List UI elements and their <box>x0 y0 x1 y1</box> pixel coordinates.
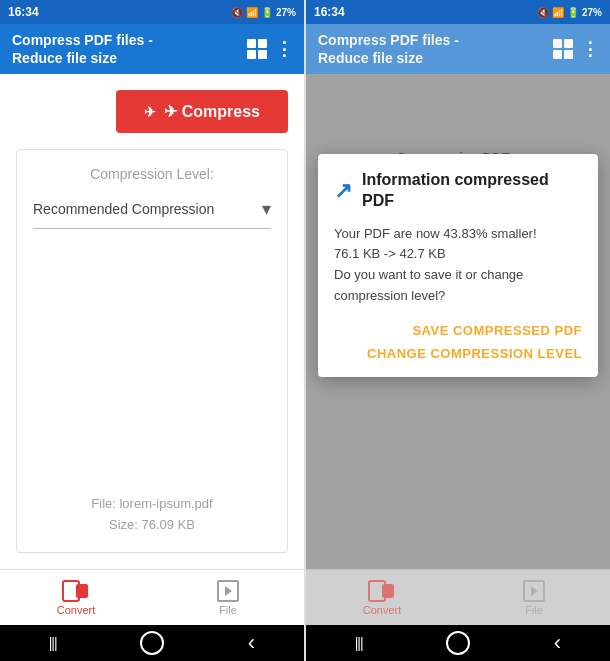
convert-icon-svg <box>62 580 90 602</box>
header-icons-left: ⋮ <box>247 38 292 60</box>
compression-dropdown[interactable]: Recommended Compression ▾ <box>33 198 271 229</box>
change-compression-level-button[interactable]: CHANGE COMPRESSION LEVEL <box>367 346 582 361</box>
recents-btn-right[interactable]: ||| <box>341 625 377 661</box>
compress-arrow-icon: ✈ <box>144 104 156 120</box>
bottom-nav-left: Convert File <box>0 569 304 625</box>
dropdown-selected-value: Recommended Compression <box>33 201 214 217</box>
status-bar-right: 16:34 🔇 📶 🔋 27% <box>306 0 610 24</box>
dialog-title: Information compressedPDF <box>362 170 549 212</box>
dialog-header: ↗ Information compressedPDF <box>334 170 582 212</box>
file-nav-label: File <box>219 604 237 616</box>
svg-rect-1 <box>76 584 88 598</box>
compress-arrows-icon: ↗ <box>334 178 352 204</box>
filename: File: lorem-ipsum.pdf <box>33 494 271 515</box>
grid-icon-left[interactable] <box>247 39 267 59</box>
filesize: Size: 76.09 KB <box>33 515 271 536</box>
compress-button[interactable]: ✈ ✈ Compress <box>116 90 288 133</box>
convert-icon-wrap <box>62 580 90 602</box>
file-play-icon-right <box>523 580 545 602</box>
app-header-left: Compress PDF files -Reduce file size ⋮ <box>0 24 304 74</box>
dialog-actions: SAVE COMPRESSED PDF CHANGE COMPRESSION L… <box>334 323 582 361</box>
file-icon-wrap-right <box>520 580 548 602</box>
nav-item-file-right[interactable]: File <box>458 580 610 616</box>
compression-card: Compression Level: Recommended Compressi… <box>16 149 288 553</box>
convert-icon-wrap-right <box>368 580 396 602</box>
left-content-area: ✈ ✈ Compress Compression Level: Recommen… <box>0 74 304 569</box>
compression-level-label: Compression Level: <box>33 166 271 182</box>
dialog-body: Your PDF are now 43.83% smaller! 76.1 KB… <box>334 224 582 307</box>
compress-label: ✈ Compress <box>164 102 260 121</box>
svg-rect-3 <box>382 584 394 598</box>
time-right: 16:34 <box>314 5 345 19</box>
save-compressed-pdf-button[interactable]: SAVE COMPRESSED PDF <box>412 323 582 338</box>
grid-icon-right[interactable] <box>553 39 573 59</box>
status-icons-left: 🔇 📶 🔋 27% <box>231 7 296 18</box>
info-dialog: ↗ Information compressedPDF Your PDF are… <box>318 154 598 377</box>
android-nav-left: ||| ‹ <box>0 625 304 661</box>
back-btn-left[interactable]: ‹ <box>233 625 269 661</box>
nav-item-convert-left[interactable]: Convert <box>0 580 152 616</box>
convert-nav-label: Convert <box>57 604 96 616</box>
nav-item-convert-right[interactable]: Convert <box>306 580 458 616</box>
file-play-icon <box>217 580 239 602</box>
android-nav-right: ||| ‹ <box>306 625 610 661</box>
header-icons-right: ⋮ <box>553 38 598 60</box>
app-title-right: Compress PDF files -Reduce file size <box>318 31 459 67</box>
back-btn-right[interactable]: ‹ <box>539 625 575 661</box>
dropdown-arrow-icon: ▾ <box>262 198 271 220</box>
status-icons-right: 🔇 📶 🔋 27% <box>537 7 602 18</box>
convert-icon-svg-right <box>368 580 396 602</box>
app-title-left: Compress PDF files -Reduce file size <box>12 31 153 67</box>
file-info: File: lorem-ipsum.pdf Size: 76.09 KB <box>33 494 271 536</box>
status-bar-left: 16:34 🔇 📶 🔋 27% <box>0 0 304 24</box>
time-left: 16:34 <box>8 5 39 19</box>
file-icon-wrap <box>214 580 242 602</box>
convert-nav-label-right: Convert <box>363 604 402 616</box>
home-btn-left[interactable] <box>140 631 164 655</box>
menu-dots-left[interactable]: ⋮ <box>275 38 292 60</box>
home-btn-right[interactable] <box>446 631 470 655</box>
menu-dots-right[interactable]: ⋮ <box>581 38 598 60</box>
bottom-nav-right: Convert File <box>306 569 610 625</box>
recents-btn-left[interactable]: ||| <box>35 625 71 661</box>
nav-item-file-left[interactable]: File <box>152 580 304 616</box>
app-header-right: Compress PDF files -Reduce file size ⋮ <box>306 24 610 74</box>
file-nav-label-right: File <box>525 604 543 616</box>
right-content-area: Compressing PDF... ↗ Information compres… <box>306 74 610 569</box>
